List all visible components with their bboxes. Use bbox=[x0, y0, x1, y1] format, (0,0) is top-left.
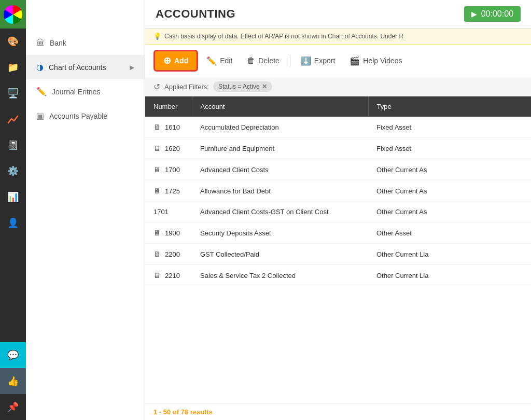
cell-account: Furniture and Equipment bbox=[192, 138, 368, 159]
sidebar-item-accounts-payable[interactable]: ▣ Accounts Payable bbox=[26, 104, 145, 128]
monitor-icon: 🖥 bbox=[153, 144, 161, 152]
filter-chip-status: Status = Active ✕ bbox=[213, 81, 272, 92]
reset-filter-icon[interactable]: ↺ bbox=[153, 82, 160, 92]
journal-icon: ✏️ bbox=[36, 87, 47, 96]
info-text: Cash basis display of data. Effect of AR… bbox=[164, 33, 403, 40]
sidebar-item-journal-entries[interactable]: ✏️ Journal Entries bbox=[26, 79, 145, 104]
table-row[interactable]: 🖥1620Furniture and EquipmentFixed Asset bbox=[145, 138, 531, 159]
toolbar: ⊕ Add ✏️ Edit 🗑 Delete ⬇️ Export 🎬 Help … bbox=[145, 45, 531, 77]
table-row[interactable]: 🖥1700Advanced Client CostsOther Current … bbox=[145, 159, 531, 180]
icon-bar: 🎨 📁 🖥️ 📓 ⚙️ 📊 👤 💬 👍 📌 bbox=[0, 0, 26, 420]
app-logo bbox=[0, 0, 26, 29]
nav-pin-icon[interactable]: 📌 bbox=[0, 394, 26, 420]
cell-number: 🖥1900 bbox=[145, 222, 192, 244]
results-bar: 1 - 50 of 78 results bbox=[145, 403, 531, 420]
cell-type: Other Current Lia bbox=[368, 265, 531, 286]
filter-chip-close-icon[interactable]: ✕ bbox=[262, 83, 267, 90]
timer-badge: ▶ 00:00:00 bbox=[464, 6, 521, 22]
cell-type: Other Asset bbox=[368, 222, 531, 244]
sidebar-item-bank[interactable]: 🏛 Bank bbox=[26, 31, 145, 55]
table-row[interactable]: 🖥1900Security Deposits AssetOther Asset bbox=[145, 222, 531, 244]
sidebar-item-chart-of-accounts[interactable]: ◑ Chart of Accounts ▶ bbox=[26, 55, 145, 79]
table-header-row: Number Account Type bbox=[145, 96, 531, 117]
plus-icon: ⊕ bbox=[163, 55, 171, 66]
cell-number: 🖥1610 bbox=[145, 117, 192, 138]
filter-label: Applied Filters: bbox=[164, 83, 209, 91]
monitor-icon: 🖥 bbox=[153, 271, 161, 279]
help-button[interactable]: 🎬 Help Videos bbox=[343, 52, 408, 69]
cell-number: 🖥1725 bbox=[145, 180, 192, 202]
nav-barchart-icon[interactable]: 📊 bbox=[0, 184, 26, 210]
nav-thumb-icon[interactable]: 👍 bbox=[0, 368, 26, 394]
cell-type: Fixed Asset bbox=[368, 138, 531, 159]
col-number: Number bbox=[145, 96, 192, 117]
nav-chat-icon[interactable]: 💬 bbox=[0, 342, 26, 368]
nav-folder-icon[interactable]: 📁 bbox=[0, 54, 26, 80]
export-button[interactable]: ⬇️ Export bbox=[295, 52, 341, 69]
table-row[interactable]: 🖥1610Accumulated DepreciationFixed Asset bbox=[145, 117, 531, 138]
cell-number: 🖥1700 bbox=[145, 159, 192, 180]
nav-palette-icon[interactable]: 🎨 bbox=[0, 29, 26, 54]
col-account: Account bbox=[192, 96, 368, 117]
cell-account: Advanced Client Costs-GST on Client Cost bbox=[192, 202, 368, 222]
nav-settings-icon[interactable]: ⚙️ bbox=[0, 158, 26, 184]
sidebar: 🏛 Bank ◑ Chart of Accounts ▶ ✏️ Journal … bbox=[26, 0, 145, 420]
cell-number: 1701 bbox=[145, 202, 192, 222]
sidebar-item-chart-accounts-label: Chart of Accounts bbox=[49, 63, 106, 72]
monitor-icon: 🖥 bbox=[153, 165, 161, 174]
col-type: Type bbox=[368, 96, 531, 117]
cell-account: Advanced Client Costs bbox=[192, 159, 368, 180]
chevron-right-icon: ▶ bbox=[130, 64, 134, 71]
table-row[interactable]: 🖥1725Allowance for Bad DebtOther Current… bbox=[145, 180, 531, 202]
play-icon: ▶ bbox=[471, 10, 477, 18]
table-row[interactable]: 🖥2200GST Collected/PaidOther Current Lia bbox=[145, 244, 531, 265]
cell-number: 🖥2200 bbox=[145, 244, 192, 265]
cell-account: GST Collected/Paid bbox=[192, 244, 368, 265]
table-row[interactable]: 🖥2210Sales & Service Tax 2 CollectedOthe… bbox=[145, 265, 531, 286]
nav-chart-icon[interactable] bbox=[0, 106, 26, 132]
table-row[interactable]: 1701Advanced Client Costs-GST on Client … bbox=[145, 202, 531, 222]
cell-type: Other Current As bbox=[368, 159, 531, 180]
nav-notebook-icon[interactable]: 📓 bbox=[0, 132, 26, 158]
monitor-icon: 🖥 bbox=[153, 229, 161, 237]
results-text: 1 - 50 of 78 results bbox=[153, 408, 212, 416]
monitor-icon: 🖥 bbox=[153, 123, 161, 131]
chart-accounts-icon: ◑ bbox=[36, 62, 44, 72]
monitor-icon: 🖥 bbox=[153, 250, 161, 258]
nav-monitor-icon[interactable]: 🖥️ bbox=[0, 80, 26, 106]
filter-bar: ↺ Applied Filters: Status = Active ✕ bbox=[145, 77, 531, 96]
cell-account: Accumulated Depreciation bbox=[192, 117, 368, 138]
export-icon: ⬇️ bbox=[301, 56, 311, 66]
cell-type: Other Current Lia bbox=[368, 244, 531, 265]
delete-button[interactable]: 🗑 Delete bbox=[241, 52, 285, 69]
monitor-icon: 🖥 bbox=[153, 187, 161, 195]
cell-account: Sales & Service Tax 2 Collected bbox=[192, 265, 368, 286]
video-icon: 🎬 bbox=[350, 56, 360, 66]
sidebar-item-journal-label: Journal Entries bbox=[52, 88, 100, 96]
info-bar: 💡 Cash basis display of data. Effect of … bbox=[145, 29, 531, 45]
add-button[interactable]: ⊕ Add bbox=[153, 50, 198, 72]
top-bar: ACCOUNTING ▶ 00:00:00 bbox=[145, 0, 531, 29]
timer-display: 00:00:00 bbox=[481, 9, 513, 19]
cell-account: Security Deposits Asset bbox=[192, 222, 368, 244]
edit-button[interactable]: ✏️ Edit bbox=[200, 52, 239, 69]
accounts-table: Number Account Type 🖥1610Accumulated Dep… bbox=[145, 96, 531, 286]
cell-type: Fixed Asset bbox=[368, 117, 531, 138]
edit-label: Edit bbox=[220, 57, 232, 65]
cell-type: Other Current As bbox=[368, 202, 531, 222]
nav-user-icon[interactable]: 👤 bbox=[0, 210, 26, 236]
sidebar-item-payable-label: Accounts Payable bbox=[49, 112, 107, 120]
export-label: Export bbox=[314, 57, 335, 65]
help-label: Help Videos bbox=[363, 57, 402, 65]
cell-number: 🖥2210 bbox=[145, 265, 192, 286]
bank-icon: 🏛 bbox=[36, 38, 45, 48]
bulb-icon: 💡 bbox=[153, 33, 161, 40]
toolbar-divider bbox=[290, 54, 290, 67]
main-content: ACCOUNTING ▶ 00:00:00 💡 Cash basis displ… bbox=[145, 0, 531, 420]
sidebar-item-bank-label: Bank bbox=[50, 39, 66, 47]
filter-chip-text: Status = Active bbox=[218, 83, 260, 90]
table-container: Number Account Type 🖥1610Accumulated Dep… bbox=[145, 96, 531, 403]
cell-account: Allowance for Bad Debt bbox=[192, 180, 368, 202]
delete-label: Delete bbox=[258, 57, 279, 65]
add-label: Add bbox=[174, 57, 188, 65]
